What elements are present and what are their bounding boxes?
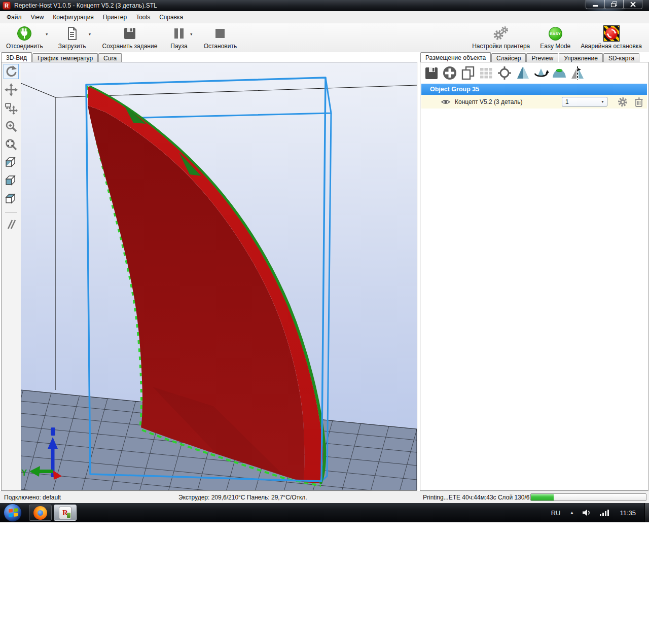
show-desktop-button[interactable]	[644, 503, 649, 522]
chevron-down-icon: ▼	[601, 100, 604, 103]
close-button[interactable]	[623, 0, 642, 9]
connection-status: Подключено: default	[4, 494, 61, 501]
center-object-button[interactable]	[495, 64, 514, 82]
zoom-fit-tool[interactable]	[4, 137, 19, 152]
save-object-icon	[424, 65, 439, 81]
load-dropdown-arrow[interactable]: ▼	[88, 32, 93, 36]
network-icon[interactable]	[599, 509, 609, 517]
load-file-icon	[65, 25, 79, 42]
zoom-tool[interactable]	[4, 119, 19, 134]
tab-temperature-graph[interactable]: График температур	[32, 53, 98, 62]
parallel-projection-tool[interactable]	[4, 217, 19, 232]
save-job-button[interactable]: Сохранить задание	[98, 23, 162, 52]
center-object-icon	[497, 65, 512, 81]
gears-icon	[492, 25, 510, 42]
move-view-icon	[5, 83, 18, 96]
tab-slicer[interactable]: Слайсер	[491, 53, 526, 62]
scale-object-button[interactable]	[514, 64, 532, 82]
menu-view[interactable]: View	[26, 12, 49, 23]
front-view-icon	[5, 174, 18, 188]
tab-object-placement[interactable]: Размещение объекта	[420, 52, 491, 62]
close-icon	[630, 2, 636, 7]
isometric-view-icon	[5, 156, 18, 169]
repetier-icon: R	[59, 507, 71, 519]
menu-file[interactable]: Файл	[2, 12, 26, 23]
rotate-object-button[interactable]	[532, 64, 550, 82]
stop-icon	[214, 25, 226, 42]
front-view-tool[interactable]	[4, 173, 19, 189]
clock[interactable]: 11:35	[620, 509, 636, 517]
copy-object-button[interactable]	[459, 64, 477, 82]
easy-mode-button[interactable]: EASY Easy Mode	[536, 23, 574, 52]
rotate-object-icon	[532, 65, 550, 81]
window-title: Repetier-Host V1.0.5 - Концепт V5.2 (3 д…	[14, 2, 157, 9]
lay-flat-button[interactable]	[550, 64, 568, 82]
pause-button[interactable]: Пауза ▼	[166, 23, 191, 52]
emergency-stop-icon	[603, 25, 620, 42]
system-tray: RU ▲ 11:35	[551, 503, 643, 522]
volume-icon[interactable]	[582, 509, 592, 517]
object-placement-panel: Object Group 35 Концепт V5.2 (3 деталь) …	[420, 62, 648, 491]
autoposition-button[interactable]	[477, 64, 495, 82]
parallel-projection-icon	[5, 218, 18, 231]
toolbar-divider	[5, 212, 17, 212]
mirror-object-button[interactable]	[568, 64, 587, 82]
language-indicator[interactable]: RU	[551, 509, 561, 517]
menubar: Файл View Конфигурация Принтер Tools Спр…	[0, 11, 649, 23]
viewport-panel: Y	[1, 62, 417, 491]
object-row[interactable]: Концепт V5.2 (3 деталь) 1 ▼	[421, 95, 647, 109]
tab-preview[interactable]: Preview	[526, 53, 558, 62]
move-view-tool[interactable]	[4, 82, 19, 97]
menu-tools[interactable]: Tools	[131, 12, 155, 23]
save-floppy-icon	[123, 25, 137, 42]
start-button[interactable]	[4, 504, 22, 522]
print-progress-fill	[531, 494, 554, 500]
menu-configuration[interactable]: Конфигурация	[48, 12, 98, 23]
firefox-icon	[33, 506, 47, 520]
pause-dropdown-arrow[interactable]: ▼	[190, 32, 195, 36]
tab-3d-view[interactable]: 3D-Вид	[1, 52, 32, 62]
visibility-eye-icon[interactable]	[441, 98, 451, 105]
window-titlebar: R Repetier-Host V1.0.5 - Концепт V5.2 (3…	[0, 0, 649, 11]
y-axis-arrow	[39, 470, 53, 473]
print-progress-bar	[530, 493, 646, 501]
add-object-button[interactable]	[441, 64, 459, 82]
restore-icon	[611, 2, 617, 7]
move-object-icon	[5, 101, 18, 115]
statusbar: Подключено: default Экструдер: 209,6/210…	[0, 491, 649, 503]
object-group-header[interactable]: Object Group 35	[421, 84, 647, 95]
restore-button[interactable]	[604, 0, 624, 9]
tray-expand-icon[interactable]: ▲	[570, 510, 574, 515]
object-toolbar	[422, 64, 587, 82]
load-button[interactable]: Загрузить ▼	[54, 23, 90, 52]
menu-help[interactable]: Справка	[155, 12, 188, 23]
disconnect-plug-icon	[17, 25, 32, 42]
move-object-tool[interactable]	[4, 100, 19, 116]
delete-trash-icon[interactable]	[634, 97, 643, 107]
printer-settings-button[interactable]: Настройки принтера	[468, 23, 534, 52]
add-object-icon	[442, 65, 457, 81]
object-settings-gear-icon[interactable]	[617, 96, 628, 108]
copies-dropdown[interactable]: 1 ▼	[562, 97, 607, 106]
disconnect-dropdown-arrow[interactable]: ▼	[45, 32, 50, 36]
isometric-view-tool[interactable]	[4, 155, 19, 170]
stop-button[interactable]: Остановить	[200, 23, 241, 52]
z-axis-label	[51, 427, 55, 436]
tab-cura[interactable]: Cura	[98, 53, 122, 62]
3d-scene[interactable]: Y	[21, 62, 417, 490]
tab-sd-card[interactable]: SD-карта	[603, 53, 639, 62]
zoom-in-icon	[5, 120, 18, 133]
taskbar-firefox-button[interactable]	[29, 505, 52, 521]
rotate-view-tool[interactable]	[4, 64, 19, 79]
printing-status: Printing...ETE 40ч:44м:43с Слой 130/610	[423, 494, 536, 501]
menu-printer[interactable]: Принтер	[98, 12, 131, 23]
save-object-button[interactable]	[422, 64, 441, 82]
top-view-tool[interactable]	[4, 192, 19, 207]
object-group-title: Object Group 35	[430, 86, 479, 93]
minimize-button[interactable]	[586, 0, 605, 9]
emergency-stop-button[interactable]: Аварийная остановка	[576, 23, 646, 52]
pause-icon	[173, 25, 185, 42]
disconnect-button[interactable]: Отсоединить ▼	[2, 23, 47, 52]
tab-control[interactable]: Управление	[559, 53, 603, 62]
taskbar-repetier-button[interactable]: R	[54, 505, 77, 521]
